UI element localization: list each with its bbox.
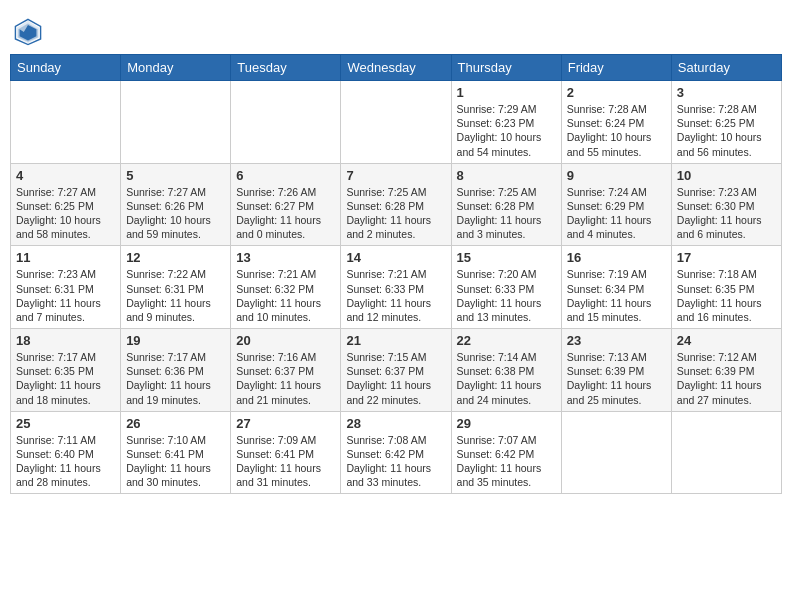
day-number: 3 (677, 85, 776, 100)
day-info: Sunrise: 7:07 AM Sunset: 6:42 PM Dayligh… (457, 433, 556, 490)
calendar-cell: 10Sunrise: 7:23 AM Sunset: 6:30 PM Dayli… (671, 163, 781, 246)
day-info: Sunrise: 7:17 AM Sunset: 6:36 PM Dayligh… (126, 350, 225, 407)
day-info: Sunrise: 7:08 AM Sunset: 6:42 PM Dayligh… (346, 433, 445, 490)
calendar-cell: 29Sunrise: 7:07 AM Sunset: 6:42 PM Dayli… (451, 411, 561, 494)
day-of-week-header: Saturday (671, 55, 781, 81)
calendar-header-row: SundayMondayTuesdayWednesdayThursdayFrid… (11, 55, 782, 81)
day-info: Sunrise: 7:25 AM Sunset: 6:28 PM Dayligh… (457, 185, 556, 242)
calendar-cell: 20Sunrise: 7:16 AM Sunset: 6:37 PM Dayli… (231, 329, 341, 412)
calendar-cell: 23Sunrise: 7:13 AM Sunset: 6:39 PM Dayli… (561, 329, 671, 412)
calendar-week-row: 4Sunrise: 7:27 AM Sunset: 6:25 PM Daylig… (11, 163, 782, 246)
calendar-cell: 3Sunrise: 7:28 AM Sunset: 6:25 PM Daylig… (671, 81, 781, 164)
day-info: Sunrise: 7:26 AM Sunset: 6:27 PM Dayligh… (236, 185, 335, 242)
day-info: Sunrise: 7:25 AM Sunset: 6:28 PM Dayligh… (346, 185, 445, 242)
day-number: 20 (236, 333, 335, 348)
calendar-cell: 24Sunrise: 7:12 AM Sunset: 6:39 PM Dayli… (671, 329, 781, 412)
calendar-week-row: 1Sunrise: 7:29 AM Sunset: 6:23 PM Daylig… (11, 81, 782, 164)
calendar-cell (11, 81, 121, 164)
calendar-cell: 5Sunrise: 7:27 AM Sunset: 6:26 PM Daylig… (121, 163, 231, 246)
calendar-week-row: 25Sunrise: 7:11 AM Sunset: 6:40 PM Dayli… (11, 411, 782, 494)
day-number: 9 (567, 168, 666, 183)
day-number: 24 (677, 333, 776, 348)
day-number: 11 (16, 250, 115, 265)
calendar-cell: 7Sunrise: 7:25 AM Sunset: 6:28 PM Daylig… (341, 163, 451, 246)
day-number: 10 (677, 168, 776, 183)
day-number: 23 (567, 333, 666, 348)
day-info: Sunrise: 7:29 AM Sunset: 6:23 PM Dayligh… (457, 102, 556, 159)
calendar-week-row: 18Sunrise: 7:17 AM Sunset: 6:35 PM Dayli… (11, 329, 782, 412)
calendar-cell (121, 81, 231, 164)
calendar-cell: 9Sunrise: 7:24 AM Sunset: 6:29 PM Daylig… (561, 163, 671, 246)
calendar-cell: 1Sunrise: 7:29 AM Sunset: 6:23 PM Daylig… (451, 81, 561, 164)
day-of-week-header: Thursday (451, 55, 561, 81)
day-info: Sunrise: 7:21 AM Sunset: 6:33 PM Dayligh… (346, 267, 445, 324)
day-number: 27 (236, 416, 335, 431)
day-info: Sunrise: 7:23 AM Sunset: 6:31 PM Dayligh… (16, 267, 115, 324)
day-info: Sunrise: 7:28 AM Sunset: 6:24 PM Dayligh… (567, 102, 666, 159)
day-of-week-header: Friday (561, 55, 671, 81)
day-info: Sunrise: 7:27 AM Sunset: 6:26 PM Dayligh… (126, 185, 225, 242)
calendar-cell: 13Sunrise: 7:21 AM Sunset: 6:32 PM Dayli… (231, 246, 341, 329)
day-of-week-header: Tuesday (231, 55, 341, 81)
day-number: 28 (346, 416, 445, 431)
day-info: Sunrise: 7:16 AM Sunset: 6:37 PM Dayligh… (236, 350, 335, 407)
day-number: 21 (346, 333, 445, 348)
day-number: 12 (126, 250, 225, 265)
day-number: 4 (16, 168, 115, 183)
day-info: Sunrise: 7:14 AM Sunset: 6:38 PM Dayligh… (457, 350, 556, 407)
logo (14, 18, 46, 46)
day-of-week-header: Sunday (11, 55, 121, 81)
day-number: 19 (126, 333, 225, 348)
day-number: 26 (126, 416, 225, 431)
day-info: Sunrise: 7:27 AM Sunset: 6:25 PM Dayligh… (16, 185, 115, 242)
calendar-cell: 4Sunrise: 7:27 AM Sunset: 6:25 PM Daylig… (11, 163, 121, 246)
calendar-cell: 16Sunrise: 7:19 AM Sunset: 6:34 PM Dayli… (561, 246, 671, 329)
day-info: Sunrise: 7:10 AM Sunset: 6:41 PM Dayligh… (126, 433, 225, 490)
day-info: Sunrise: 7:24 AM Sunset: 6:29 PM Dayligh… (567, 185, 666, 242)
calendar-cell (671, 411, 781, 494)
day-number: 15 (457, 250, 556, 265)
day-number: 25 (16, 416, 115, 431)
calendar-cell: 12Sunrise: 7:22 AM Sunset: 6:31 PM Dayli… (121, 246, 231, 329)
day-number: 14 (346, 250, 445, 265)
calendar-cell: 17Sunrise: 7:18 AM Sunset: 6:35 PM Dayli… (671, 246, 781, 329)
calendar-cell: 22Sunrise: 7:14 AM Sunset: 6:38 PM Dayli… (451, 329, 561, 412)
day-info: Sunrise: 7:15 AM Sunset: 6:37 PM Dayligh… (346, 350, 445, 407)
day-info: Sunrise: 7:12 AM Sunset: 6:39 PM Dayligh… (677, 350, 776, 407)
calendar-cell: 6Sunrise: 7:26 AM Sunset: 6:27 PM Daylig… (231, 163, 341, 246)
day-number: 7 (346, 168, 445, 183)
day-info: Sunrise: 7:11 AM Sunset: 6:40 PM Dayligh… (16, 433, 115, 490)
calendar-cell (231, 81, 341, 164)
calendar-cell: 25Sunrise: 7:11 AM Sunset: 6:40 PM Dayli… (11, 411, 121, 494)
day-info: Sunrise: 7:23 AM Sunset: 6:30 PM Dayligh… (677, 185, 776, 242)
calendar-cell: 2Sunrise: 7:28 AM Sunset: 6:24 PM Daylig… (561, 81, 671, 164)
day-number: 13 (236, 250, 335, 265)
calendar-cell: 28Sunrise: 7:08 AM Sunset: 6:42 PM Dayli… (341, 411, 451, 494)
day-number: 17 (677, 250, 776, 265)
header (10, 10, 782, 46)
day-number: 22 (457, 333, 556, 348)
day-number: 1 (457, 85, 556, 100)
day-number: 29 (457, 416, 556, 431)
calendar-cell: 26Sunrise: 7:10 AM Sunset: 6:41 PM Dayli… (121, 411, 231, 494)
calendar-cell (341, 81, 451, 164)
calendar-cell: 21Sunrise: 7:15 AM Sunset: 6:37 PM Dayli… (341, 329, 451, 412)
day-of-week-header: Monday (121, 55, 231, 81)
day-number: 2 (567, 85, 666, 100)
calendar-cell (561, 411, 671, 494)
day-info: Sunrise: 7:21 AM Sunset: 6:32 PM Dayligh… (236, 267, 335, 324)
day-number: 16 (567, 250, 666, 265)
day-number: 8 (457, 168, 556, 183)
calendar-cell: 8Sunrise: 7:25 AM Sunset: 6:28 PM Daylig… (451, 163, 561, 246)
day-info: Sunrise: 7:09 AM Sunset: 6:41 PM Dayligh… (236, 433, 335, 490)
day-info: Sunrise: 7:18 AM Sunset: 6:35 PM Dayligh… (677, 267, 776, 324)
day-info: Sunrise: 7:28 AM Sunset: 6:25 PM Dayligh… (677, 102, 776, 159)
calendar-cell: 15Sunrise: 7:20 AM Sunset: 6:33 PM Dayli… (451, 246, 561, 329)
calendar-cell: 14Sunrise: 7:21 AM Sunset: 6:33 PM Dayli… (341, 246, 451, 329)
calendar-cell: 11Sunrise: 7:23 AM Sunset: 6:31 PM Dayli… (11, 246, 121, 329)
day-info: Sunrise: 7:13 AM Sunset: 6:39 PM Dayligh… (567, 350, 666, 407)
calendar-table: SundayMondayTuesdayWednesdayThursdayFrid… (10, 54, 782, 494)
day-info: Sunrise: 7:19 AM Sunset: 6:34 PM Dayligh… (567, 267, 666, 324)
calendar-cell: 27Sunrise: 7:09 AM Sunset: 6:41 PM Dayli… (231, 411, 341, 494)
calendar-week-row: 11Sunrise: 7:23 AM Sunset: 6:31 PM Dayli… (11, 246, 782, 329)
